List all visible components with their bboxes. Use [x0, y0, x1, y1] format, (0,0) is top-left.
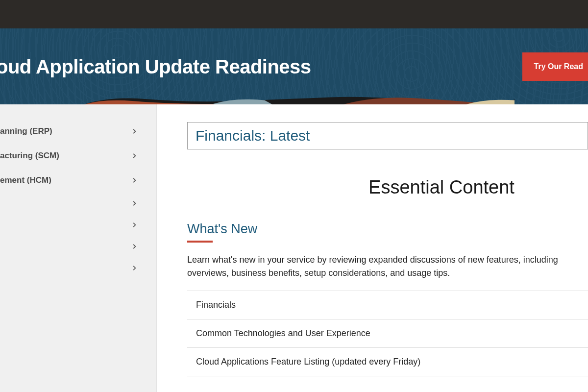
page-title: oud Application Update Readiness: [0, 55, 311, 78]
whats-new-link-list: Financials Common Technologies and User …: [187, 291, 588, 376]
hero-stripe-decoration: [74, 94, 514, 104]
list-item[interactable]: Cloud Applications Feature Listing (upda…: [187, 348, 588, 376]
sidebar-item-erp[interactable]: anning (ERP): [0, 119, 156, 144]
sidebar-item[interactable]: [0, 214, 156, 236]
main-content: Financials: Latest Essential Content Wha…: [157, 104, 588, 392]
sidebar-item-label: acturing (SCM): [0, 151, 59, 161]
sidebar-item-hcm[interactable]: ement (HCM): [0, 168, 156, 193]
chevron-right-icon: [131, 265, 138, 271]
sidebar-item[interactable]: [0, 193, 156, 214]
chevron-right-icon: [131, 152, 138, 159]
chevron-right-icon: [131, 221, 138, 228]
sidebar-nav: anning (ERP) acturing (SCM) ement (HCM): [0, 104, 157, 392]
release-selector-dropdown[interactable]: Financials: Latest: [187, 122, 588, 149]
global-topbar: [0, 0, 588, 28]
whats-new-heading: What's New: [187, 221, 588, 237]
release-selector-value: Financials: Latest: [196, 127, 310, 144]
whats-new-description: Learn what's new in your service by revi…: [187, 253, 588, 280]
heading-underline-decoration: [187, 241, 213, 243]
essential-content-heading: Essential Content: [295, 177, 588, 198]
list-item[interactable]: Financials: [187, 291, 588, 319]
chevron-right-icon: [131, 200, 138, 207]
sidebar-item-label: anning (ERP): [0, 126, 52, 136]
sidebar-item[interactable]: [0, 257, 156, 279]
chevron-right-icon: [131, 128, 138, 135]
sidebar-item-scm[interactable]: acturing (SCM): [0, 144, 156, 168]
sidebar-item[interactable]: [0, 236, 156, 257]
chevron-right-icon: [131, 177, 138, 184]
list-item[interactable]: Common Technologies and User Experience: [187, 319, 588, 348]
chevron-right-icon: [131, 243, 138, 250]
sidebar-item-label: ement (HCM): [0, 175, 51, 185]
content-row: anning (ERP) acturing (SCM) ement (HCM): [0, 104, 588, 392]
try-readiness-button[interactable]: Try Our Read: [522, 52, 588, 81]
hero-banner: oud Application Update Readiness Try Our…: [0, 28, 588, 104]
